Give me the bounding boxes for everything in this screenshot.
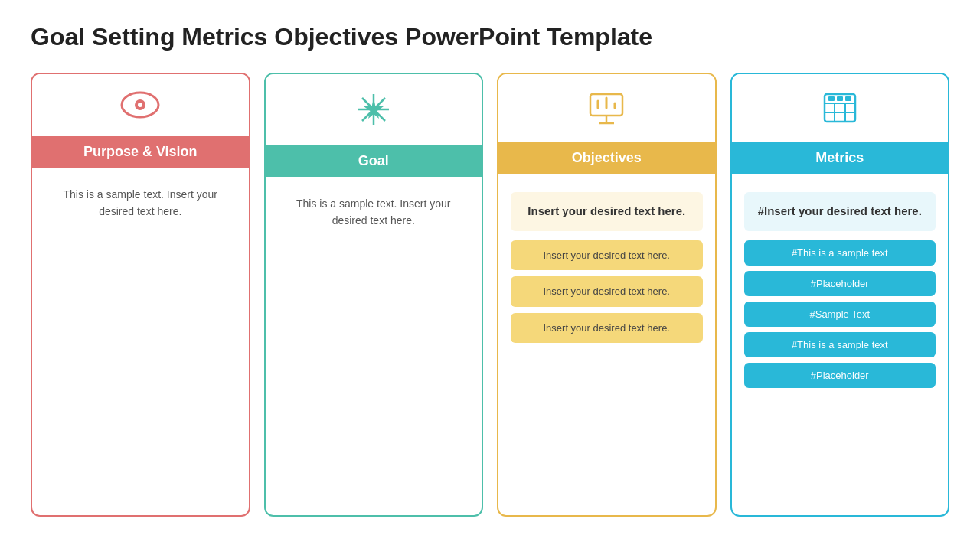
objectives-item-1: Insert your desired text here.: [511, 240, 703, 271]
goal-icon-area: [266, 74, 482, 145]
svg-rect-20: [837, 96, 843, 101]
star-icon: [355, 91, 392, 133]
metrics-item-4: #This is a sample text: [744, 332, 936, 357]
svg-rect-19: [828, 96, 835, 101]
card-metrics: Metrics #Insert your desired text here. …: [730, 73, 950, 517]
metrics-item-5: #Placeholder: [744, 363, 936, 388]
objectives-item-3: Insert your desired text here.: [511, 313, 703, 344]
svg-point-2: [138, 103, 142, 107]
card-goal: Goal This is a sample text. Insert your …: [264, 73, 484, 517]
objectives-item-2: Insert your desired text here.: [511, 276, 703, 307]
objectives-body: Insert your desired text here. Insert yo…: [498, 174, 715, 515]
card-purpose: Purpose & Vision This is a sample text. …: [31, 73, 250, 517]
page-title: Goal Setting Metrics Objectives PowerPoi…: [31, 23, 949, 51]
objectives-top-box: Insert your desired text here.: [511, 192, 703, 231]
svg-rect-21: [845, 96, 851, 101]
objectives-icon-area: [498, 74, 715, 142]
purpose-icon-area: [32, 74, 249, 136]
goal-text: This is a sample text. Insert your desir…: [278, 195, 470, 230]
purpose-header: Purpose & Vision: [32, 136, 249, 168]
metrics-header: Metrics: [732, 142, 949, 174]
goal-body: This is a sample text. Insert your desir…: [266, 177, 482, 515]
purpose-body: This is a sample text. Insert your desir…: [32, 168, 249, 515]
eye-icon: [120, 91, 160, 124]
objectives-header: Objectives: [498, 142, 715, 174]
metrics-item-3: #Sample Text: [744, 302, 936, 327]
presentation-icon: [587, 91, 626, 130]
card-objectives: Objectives Insert your desired text here…: [497, 73, 717, 517]
grid-icon: [822, 91, 858, 130]
metrics-item-1: #This is a sample text: [744, 240, 936, 266]
purpose-text: This is a sample text. Insert your desir…: [44, 186, 237, 220]
metrics-icon-area: [732, 74, 949, 142]
goal-header: Goal: [266, 145, 482, 177]
metrics-item-2: #Placeholder: [744, 271, 936, 296]
metrics-top-box: #Insert your desired text here.: [744, 192, 936, 231]
metrics-body: #Insert your desired text here. #This is…: [732, 174, 949, 515]
columns-container: Purpose & Vision This is a sample text. …: [31, 73, 949, 517]
